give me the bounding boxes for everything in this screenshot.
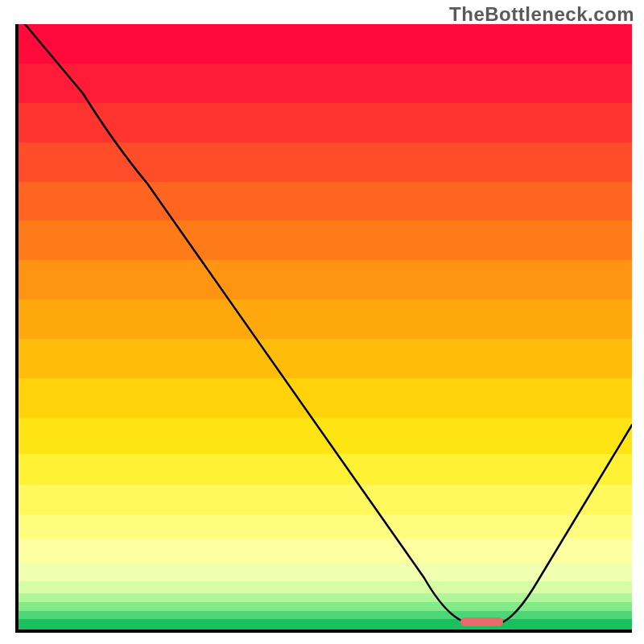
bottleneck-chart — [15, 24, 632, 633]
curve-svg — [19, 24, 632, 630]
bottleneck-curve-path — [25, 24, 632, 624]
watermark-label: TheBottleneck.com — [449, 3, 634, 26]
minimum-marker — [460, 617, 503, 626]
